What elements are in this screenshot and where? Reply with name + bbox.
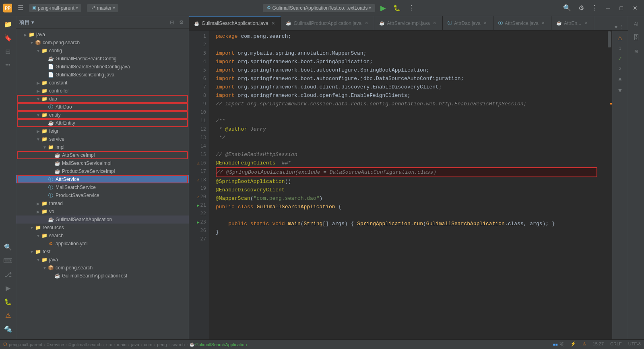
tab-gulimall-product-application[interactable]: ☕ GulimallProductApplication.java ✕ [281,16,374,30]
list-item[interactable]: Ⓘ AttrService [16,175,189,183]
breadcrumb-item[interactable]: ☕ GulimallSearchApplication [190,342,247,347]
debug-button[interactable]: 🐛 [391,4,403,12]
menu-button[interactable]: ☰ [15,3,26,12]
list-item[interactable]: ☕ GulimallSearchApplicationTest [16,272,189,280]
tab-close-button[interactable]: ✕ [583,21,589,26]
list-item[interactable]: ▼ 📁 search [16,232,189,240]
list-item[interactable]: ▼ 📁 resources [16,224,189,232]
tree-arrow: ▶ [35,81,41,85]
project-tool-button[interactable]: 📁 [2,18,14,31]
close-button[interactable]: ✕ [630,4,641,12]
debug-tool-button[interactable]: 🐛 [2,295,14,308]
breadcrumb-item[interactable]: □ gulimall-search [69,342,101,347]
breadcrumb-item[interactable]: main [117,342,126,347]
list-item[interactable]: ⚙ application.yml [16,240,189,248]
breadcrumb-item[interactable]: com [144,342,153,347]
breadcrumb-item[interactable]: java [131,342,139,347]
tab-close-button[interactable]: ✕ [363,21,369,26]
cursor-position[interactable]: 15:27 [593,341,604,347]
assistant-button[interactable]: AI [630,18,643,31]
breadcrumb-item[interactable]: peng-mall-parent [9,342,42,347]
database-button[interactable]: 🗄 [630,31,643,44]
line-ending[interactable]: CRLF [610,341,622,347]
panel-title[interactable]: 项目 ▾ [19,19,34,26]
tab-close-button[interactable]: ✕ [270,21,276,26]
list-item[interactable]: ☕ AttrEntity [16,119,189,127]
folder-icon: 📁 [41,128,47,134]
list-item[interactable]: ▼ 📦 com.peng.search [16,264,189,272]
list-item[interactable]: ☕ MallSearchServiceImpl [16,159,189,167]
bookmarks-button[interactable]: 🔖 [2,31,14,44]
tab-attr-en[interactable]: ☕ AttrEn... ✕ [551,16,594,30]
list-item[interactable]: Ⓘ AttrDao [16,103,189,111]
list-item[interactable]: ▼ 📁 dao [16,95,189,103]
tab-scroll-right[interactable]: ⋮ [619,24,625,30]
inspection-icon[interactable]: ✓ [617,54,624,63]
list-item[interactable]: ▶ 📁 feign [16,127,189,135]
list-item[interactable]: Ⓘ MallSearchService [16,183,189,191]
notifications-button[interactable]: ••• [2,59,14,72]
list-item[interactable]: ▼ 📁 entity [16,111,189,119]
list-item[interactable]: ▼ 📁 service [16,135,189,143]
more-actions-button[interactable]: ⋮ [406,3,417,12]
list-item[interactable]: ☕ GulimallElasticSearchConfig [16,55,189,63]
list-item[interactable]: ▶ 📁 thread [16,199,189,207]
settings-gear-button[interactable]: ⚙ [178,18,186,26]
git-status[interactable]: ⚡ [570,341,576,347]
project-selector[interactable]: ▣ peng-mall-parent ▾ [29,4,81,12]
list-item[interactable]: Ⓘ ProductSaveService [16,191,189,199]
build-button[interactable]: ⚠ [2,309,14,322]
list-item[interactable]: ▼ 📁 java [16,256,189,264]
run-config-selector[interactable]: ⚙ GulimallSearchApplicationTest.co...ext… [263,4,376,12]
git-button[interactable]: ⎇ [2,268,14,281]
list-item[interactable]: ▶ 📁 vo [16,207,189,216]
more-button[interactable]: ⋮ [589,3,600,12]
gradle-button[interactable]: 🔩 [2,322,14,335]
tab-gulimall-search-application[interactable]: ☕ GulimallSearchApplication.java ✕ [189,16,281,30]
search-button[interactable]: 🔍 [2,240,14,253]
settings-button[interactable]: ⚙ [576,3,586,12]
notifications-icon[interactable]: ⚠ [616,34,624,43]
breadcrumb-item[interactable]: search [171,342,185,347]
breadcrumb-item[interactable]: src [106,342,112,347]
scroll-down-button[interactable]: ▼ [616,86,624,95]
project-name: peng-mall-parent [38,5,74,11]
tab-attr-dao[interactable]: Ⓘ AttrDao.java ✕ [443,16,493,30]
tab-close-button[interactable]: ✕ [432,21,438,26]
collapse-all-button[interactable]: ⊟ [168,18,176,26]
branch-selector[interactable]: ⎇ master ▾ [87,4,119,12]
list-item[interactable]: ▼ 📁 impl [16,143,189,151]
terminal-button[interactable]: ⌨ [2,254,14,267]
code-editor[interactable]: package com.peng.search; import org.myba… [209,31,604,339]
list-item[interactable]: ▼ 📦 com.peng.search [16,39,189,47]
list-item[interactable]: ▶ 📁 controller [16,87,189,95]
structure-button[interactable]: ⊞ [2,45,14,58]
tab-attr-service[interactable]: Ⓘ AttrService.java ✕ [493,16,551,30]
maven-button[interactable]: M [630,45,643,58]
list-item[interactable]: ▶ 📁 java [16,31,189,39]
tab-close-button[interactable]: ✕ [541,21,546,26]
tab-close-button[interactable]: ✕ [483,21,488,26]
editor-scrollbar[interactable] [604,31,612,339]
scroll-up-button[interactable]: ▲ [616,74,624,83]
maximize-button[interactable]: □ [617,4,626,12]
run-tool-button[interactable]: ▶ [2,281,14,294]
language-label[interactable]: 英 [559,341,564,347]
list-item[interactable]: ▶ 📁 constant [16,79,189,87]
list-item[interactable]: ▼ 📁 config [16,47,189,55]
list-item[interactable]: 📄 GulimallSessionConfig.java [16,71,189,79]
breadcrumb-item[interactable]: □ service [47,342,64,347]
list-item[interactable]: 📄 GulimallSearchSentinelConfig.java [16,63,189,71]
encoding[interactable]: UTF-8 [628,341,641,347]
tab-list-button[interactable]: ▾ [615,24,617,30]
list-item[interactable]: ▼ 📁 test [16,248,189,256]
list-item[interactable]: ☕ ProductSaveServiceImpl [16,167,189,175]
list-item[interactable]: ☕ AttrServiceImpl [16,151,189,159]
tab-attr-service-impl[interactable]: ☕ AttrServiceImpl.java ✕ [374,16,443,30]
list-item[interactable]: ☕ GulimallSearchApplication [16,216,189,224]
breadcrumb-item[interactable]: peng [157,342,167,347]
minimize-button[interactable]: ─ [603,4,613,12]
warnings-status[interactable]: ⚠ [582,341,586,347]
run-button[interactable]: ▶ [378,3,388,13]
search-everywhere-button[interactable]: 🔍 [561,3,573,12]
